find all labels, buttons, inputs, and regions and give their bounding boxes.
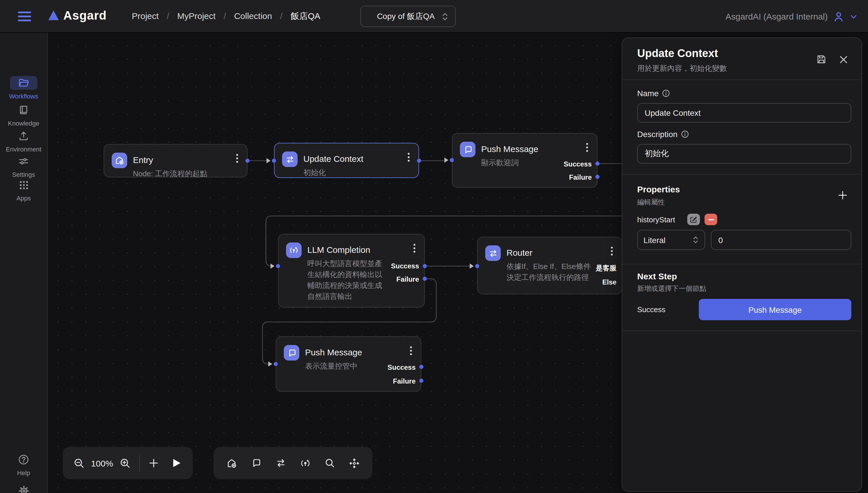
description-input[interactable] <box>637 144 851 164</box>
folder-icon <box>10 76 38 90</box>
node-palette-toolbar <box>214 447 373 479</box>
node-entry[interactable]: Entry Node: 工作流程的起點 <box>104 144 247 177</box>
sidebar-item-workflows[interactable]: Workflows <box>0 76 47 100</box>
breadcrumb-collection[interactable]: Collection <box>234 11 272 22</box>
node-update-context[interactable]: Update Context 初始化 <box>274 143 419 178</box>
house-plus-icon[interactable] <box>223 454 240 472</box>
chevron-down-icon <box>850 13 858 20</box>
port-success[interactable]: Success <box>391 262 419 270</box>
hamburger-menu-icon[interactable] <box>18 12 31 21</box>
node-subtitle: 初始化 <box>303 167 380 178</box>
node-subtitle: 顯示歡迎詞 <box>481 157 559 168</box>
help-circle-icon <box>10 453 38 467</box>
port-else[interactable]: Else <box>602 278 617 286</box>
asgard-logo-icon[interactable] <box>48 10 59 20</box>
zoom-in-icon[interactable] <box>117 454 133 472</box>
divider <box>622 330 862 331</box>
save-icon[interactable] <box>816 53 827 65</box>
run-workflow-icon[interactable] <box>169 454 185 472</box>
node-title: Router <box>507 248 532 257</box>
port-failure[interactable]: Failure <box>569 173 592 181</box>
node-router[interactable]: Router 依據If、Else If、Else條件決定工作流程執行的路徑 是客… <box>477 237 622 294</box>
sidebar-item-knowledge[interactable]: Knowledge <box>0 103 47 127</box>
divider <box>622 264 862 264</box>
properties-title: Properties <box>637 184 680 194</box>
user-icon <box>833 10 844 22</box>
breadcrumb-myproject[interactable]: MyProject <box>177 11 216 22</box>
zoom-out-icon[interactable] <box>71 454 87 472</box>
logo-text: Asgard <box>63 9 107 22</box>
top-bar: Asgard Project / MyProject / Collection … <box>0 0 868 33</box>
workflow-version-dropdown[interactable]: Copy of 飯店QA <box>360 6 456 27</box>
node-menu-icon[interactable] <box>608 246 616 256</box>
divider <box>622 80 862 80</box>
llm-refresh-icon <box>286 242 302 258</box>
info-icon[interactable] <box>681 130 689 138</box>
swap-arrows-icon[interactable] <box>272 454 289 472</box>
app-root: Asgard Project / MyProject / Collection … <box>0 0 868 493</box>
swap-arrows-icon <box>282 151 297 167</box>
next-step-target-button[interactable]: Push Message <box>699 299 851 320</box>
node-menu-icon[interactable] <box>407 346 415 356</box>
sidebar: Workflows Knowledge Environment Settings… <box>0 33 48 493</box>
node-title: Push Message <box>481 144 538 154</box>
breadcrumb-project[interactable]: Project <box>132 11 159 22</box>
breadcrumb-current[interactable]: 飯店QA <box>291 11 320 22</box>
node-subtitle: Node: 工作流程的起點 <box>133 168 239 179</box>
node-subtitle: 依據If、Else If、Else條件決定工作流程執行的路徑 <box>507 261 592 283</box>
sidebar-item-apps[interactable]: Apps <box>0 178 47 201</box>
sidebar-label: Knowledge <box>0 120 47 127</box>
sidebar-item-settings[interactable]: Settings <box>0 154 47 178</box>
breadcrumb: Project / MyProject / Collection / 飯店QA <box>132 11 320 22</box>
search-icon[interactable] <box>321 454 338 472</box>
workflow-canvas[interactable]: Entry Node: 工作流程的起點 Update Context 初始化 P… <box>48 33 868 493</box>
port-is-customer-service[interactable]: 是客服 <box>596 263 617 273</box>
property-type-value: Literal <box>644 235 692 244</box>
property-value-input[interactable] <box>711 230 851 250</box>
sidebar-label: Settings <box>0 171 47 178</box>
name-input[interactable] <box>637 103 851 123</box>
port-failure[interactable]: Failure <box>393 377 416 385</box>
node-push-message-2[interactable]: Push Message 表示流量控管中 Success Failure <box>276 336 421 392</box>
sidebar-label: Workflows <box>0 93 47 100</box>
move-diamond-icon[interactable] <box>346 454 363 472</box>
node-title: Entry <box>133 155 153 165</box>
node-menu-icon[interactable] <box>233 153 241 164</box>
info-icon[interactable] <box>662 89 670 97</box>
chat-bubble-icon <box>284 345 299 361</box>
account-menu[interactable]: AsgardAI (Asgard Internal) <box>726 0 858 33</box>
port-success[interactable]: Success <box>564 160 592 168</box>
updown-chevron-icon <box>692 236 699 244</box>
panel-title: Update Context <box>637 47 718 60</box>
upload-icon <box>10 129 38 143</box>
properties-subtitle: 編輯屬性 <box>637 197 665 207</box>
node-push-message-1[interactable]: Push Message 顯示歡迎詞 Success Failure <box>452 133 598 188</box>
delete-property-icon[interactable] <box>705 214 717 225</box>
chat-bubble-icon[interactable] <box>247 454 265 472</box>
workflow-version-label: Copy of 飯店QA <box>370 11 442 22</box>
breadcrumb-separator: / <box>224 11 226 22</box>
grid-icon <box>10 178 38 192</box>
close-icon[interactable] <box>838 53 849 65</box>
property-type-select[interactable]: Literal <box>637 230 705 250</box>
toolbar-divider <box>139 454 139 472</box>
add-property-icon[interactable] <box>836 189 849 201</box>
sidebar-item-environment[interactable]: Environment <box>0 129 47 153</box>
name-label: Name <box>637 89 670 98</box>
node-title: Push Message <box>305 347 362 357</box>
port-success[interactable]: Success <box>388 363 416 371</box>
node-title: Update Context <box>303 154 363 164</box>
node-menu-icon[interactable] <box>405 152 413 163</box>
sliders-icon <box>10 154 38 168</box>
account-label: AsgardAI (Asgard Internal) <box>726 12 828 21</box>
add-node-icon[interactable] <box>145 454 161 472</box>
node-menu-icon[interactable] <box>410 243 419 253</box>
port-failure[interactable]: Failure <box>396 275 419 283</box>
edit-property-icon[interactable] <box>687 214 700 225</box>
sidebar-item-workspace[interactable]: Workspace <box>0 484 47 493</box>
sidebar-item-help[interactable]: Help <box>0 453 47 476</box>
node-menu-icon[interactable] <box>583 142 591 153</box>
llm-refresh-icon[interactable] <box>297 454 314 472</box>
swap-arrows-icon <box>485 245 501 261</box>
node-llm-completion[interactable]: LLM Completion 呼叫大型語言模型並產生結構化的資料輸出以輔助流程的… <box>278 234 425 307</box>
